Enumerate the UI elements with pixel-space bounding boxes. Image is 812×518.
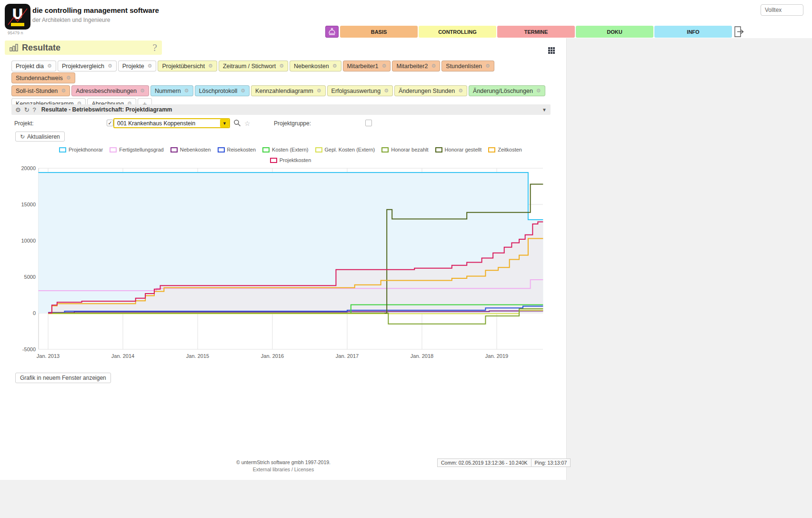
module-tab-label: Nummern (155, 88, 181, 94)
gear-icon[interactable]: ⚙ (184, 88, 189, 94)
legend-item[interactable]: Gepl. Kosten (Extern) (315, 147, 375, 152)
nav-tab-info[interactable]: INFO (654, 26, 732, 38)
gear-icon[interactable]: ⚙ (458, 88, 463, 94)
gear-icon[interactable]: ⚙ (140, 88, 145, 94)
module-tab[interactable]: Stundenlisten⚙ (441, 61, 494, 71)
gear-icon[interactable]: ⚙ (148, 63, 152, 69)
module-tab[interactable]: Nebenkosten⚙ (290, 61, 341, 71)
svg-text:Jan. 2013: Jan. 2013 (37, 353, 60, 359)
collapse-caret-icon[interactable]: ▼ (542, 107, 547, 112)
module-tab[interactable]: Projekt dia⚙ (11, 61, 56, 71)
nav-tab-termine[interactable]: TERMINE (497, 26, 575, 38)
gear-icon[interactable]: ⚙ (431, 63, 436, 69)
page-title: Resultate (22, 43, 60, 53)
fulltext-search-input[interactable] (761, 4, 803, 16)
legend-label: Kosten (Extern) (272, 147, 308, 152)
legend-item[interactable]: Zeitkosten (488, 147, 522, 152)
legend-item[interactable]: Honorar gestellt (435, 147, 482, 152)
module-tab[interactable]: Mitarbeiter1⚙ (343, 61, 391, 71)
module-tab-label: Änderungen Stunden (399, 88, 455, 94)
legend-item[interactable]: Kosten (Extern) (262, 147, 308, 152)
gear-icon[interactable]: ⚙ (279, 63, 284, 69)
legend-item[interactable]: Reisekosten (218, 147, 256, 152)
settings-gear-icon[interactable]: ⚙ (15, 106, 21, 113)
section-header: Resultate ? (5, 41, 162, 55)
legend-label: Gepl. Kosten (Extern) (325, 147, 375, 152)
module-tab[interactable]: Adressbeschreibungen⚙ (71, 85, 149, 96)
gear-icon[interactable]: ⚙ (108, 63, 112, 69)
module-tab[interactable]: Projekte⚙ (118, 61, 157, 71)
refresh-button[interactable]: ↻ Aktualisieren (15, 132, 65, 142)
svg-text:-5000: -5000 (22, 346, 36, 352)
nav-tab-controlling[interactable]: CONTROLLING (419, 26, 496, 38)
legend-item[interactable]: Fertigstellungsgrad (110, 147, 164, 152)
grid-menu-icon[interactable] (548, 47, 555, 54)
search-icon[interactable] (233, 119, 241, 128)
svg-text:5000: 5000 (24, 274, 36, 280)
svg-text:Jan. 2018: Jan. 2018 (411, 353, 433, 359)
legend-item[interactable]: Nebenkosten (170, 147, 211, 152)
module-tab[interactable]: Mitarbeiter2⚙ (392, 61, 440, 71)
module-tab[interactable]: Änderungen Stunden⚙ (394, 85, 467, 96)
module-tab[interactable]: Löschprotokoll⚙ (195, 85, 250, 96)
legend-item[interactable]: Honorar bezahlt (381, 147, 428, 152)
module-tab-label: Projekte (122, 63, 144, 70)
svg-text:15000: 15000 (21, 202, 36, 207)
footer-libraries-link[interactable]: External libraries / Licenses (0, 467, 567, 472)
reload-icon[interactable]: ↻ (24, 106, 30, 113)
project-checkbox[interactable]: ✓ (107, 120, 113, 126)
legend-swatch (270, 158, 277, 163)
filter-row: Projekt: ✓ 001 Krankenhaus Koppenstein ▼… (14, 118, 548, 130)
project-diagram-chart[interactable]: 20000150001000050000-5000Jan. 2013Jan. 2… (0, 165, 567, 365)
module-tab[interactable]: Soll-ist-Stunden⚙ (11, 85, 70, 96)
svg-text:Jan. 2019: Jan. 2019 (485, 353, 508, 359)
logout-button[interactable] (733, 26, 744, 40)
app-subtitle: der Architekten und Ingenieure (32, 17, 110, 23)
gear-icon[interactable]: ⚙ (241, 88, 245, 94)
legend-label: Honorar gestellt (445, 147, 482, 152)
legend-item[interactable]: Projektkosten (270, 157, 311, 163)
open-graph-window-button[interactable]: Grafik in neuem Fenster anzeigen (15, 373, 111, 383)
nav-tab-doku[interactable]: DOKU (576, 26, 653, 38)
module-tab-label: Nebenkosten (294, 63, 329, 70)
module-tab[interactable]: Projektübersicht⚙ (158, 61, 217, 71)
lamp-menu-button[interactable] (325, 26, 339, 38)
gear-icon[interactable]: ⚙ (208, 63, 213, 69)
legend-item[interactable]: Projekthonorar (59, 147, 103, 152)
gear-icon[interactable]: ⚙ (485, 63, 490, 69)
legend-swatch (488, 147, 495, 152)
svg-text:Jan. 2016: Jan. 2016 (261, 353, 284, 359)
module-tab-label: Soll-ist-Stunden (16, 88, 58, 94)
gear-icon[interactable]: ⚙ (317, 88, 321, 94)
gear-icon[interactable]: ⚙ (536, 88, 541, 94)
gear-icon[interactable]: ⚙ (384, 88, 389, 94)
module-tab[interactable]: Nummern⚙ (150, 85, 193, 96)
module-tab[interactable]: Änderung/Löschungen⚙ (469, 85, 545, 96)
gear-icon[interactable]: ⚙ (47, 63, 52, 69)
module-tab[interactable]: Zeitraum / Stichwort⚙ (219, 61, 288, 71)
legend-swatch (170, 147, 178, 152)
help-icon[interactable]: ? (152, 43, 157, 53)
comm-status: Comm: 02.05.2019 13:12:36 - 10.240K (437, 458, 531, 467)
gear-icon[interactable]: ⚙ (332, 63, 337, 69)
legend-label: Projektkosten (280, 157, 311, 163)
module-tab-label: Stundennachweis (16, 75, 63, 81)
gear-icon[interactable]: ⚙ (382, 63, 387, 69)
module-tab-label: Adressbeschreibungen (76, 88, 137, 94)
select-dropdown-button[interactable]: ▼ (220, 119, 229, 127)
app-logo: U (5, 4, 30, 30)
nav-tab-basis[interactable]: BASIS (340, 26, 418, 38)
refresh-button-label: Aktualisieren (27, 133, 60, 140)
module-tab-label: Erfolgsauswertung (331, 88, 381, 94)
module-tab[interactable]: Projektvergleich⚙ (58, 61, 117, 71)
gear-icon[interactable]: ⚙ (66, 75, 71, 81)
toolbar-help-icon[interactable]: ? (33, 106, 36, 113)
favorite-star-icon[interactable]: ☆ (244, 120, 251, 127)
module-tab-label: Projektvergleich (62, 63, 104, 70)
project-select[interactable]: 001 Krankenhaus Koppenstein ▼ (113, 118, 230, 128)
module-tab[interactable]: Stundennachweis⚙ (11, 72, 75, 83)
projectgroup-checkbox[interactable] (365, 120, 372, 126)
gear-icon[interactable]: ⚙ (61, 88, 66, 94)
module-tab[interactable]: Kennzahlendiagramm⚙ (251, 85, 325, 96)
module-tab[interactable]: Erfolgsauswertung⚙ (327, 85, 393, 96)
